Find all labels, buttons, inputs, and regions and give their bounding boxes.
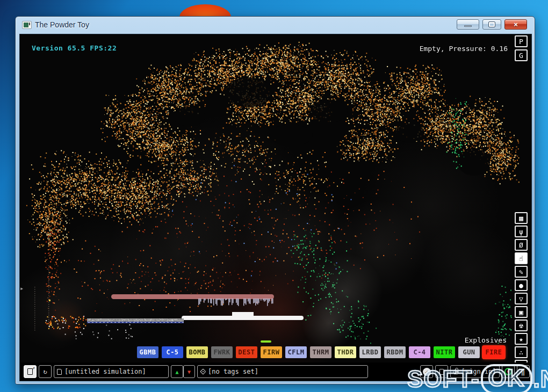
save-icon (57, 369, 62, 375)
display-button-g[interactable]: G (515, 49, 528, 61)
particle-canvas[interactable] (20, 34, 532, 364)
simulation-area[interactable]: Version 65.5 FPS:22 Empty, Pressure: 0.1… (19, 34, 532, 381)
element-THDR[interactable]: THDR (335, 346, 356, 358)
version-fps-text: Version 65.5 FPS:22 (32, 44, 117, 52)
left-edge-arrow-icon: ▸ (20, 285, 24, 292)
sign-in-button[interactable]: [sign in] (450, 365, 500, 378)
element-THRM[interactable]: THRM (310, 346, 331, 358)
element-C-4[interactable]: C-4 (409, 346, 430, 358)
vote-up-button[interactable]: ▲ (171, 365, 183, 378)
powered-icon: Ø (519, 242, 523, 249)
watermark-part3: .NET (533, 366, 548, 392)
app-icon (22, 21, 32, 29)
element-LRBD[interactable]: LRBD (359, 346, 381, 358)
tools-icon: ✎ (519, 268, 523, 275)
minimize-icon (464, 25, 472, 27)
menu-electronics[interactable]: ψ (515, 226, 528, 237)
element-menu-column: ▦ψØ☝✎●▽▣☢★∴Ϙ (515, 212, 528, 372)
menu-liquids[interactable]: ● (515, 279, 528, 291)
tag-icon (200, 368, 206, 374)
element-DEST[interactable]: DEST (236, 346, 257, 358)
window-title: The Powder Toy (35, 20, 89, 29)
element-FWRK[interactable]: FWRK (211, 346, 233, 358)
pause-button[interactable]: ‖ (517, 365, 530, 378)
sign-in-text: [sign in] (461, 368, 496, 375)
maximize-button[interactable] (482, 19, 501, 30)
save-simulation-button[interactable]: [untitled simulation] (54, 365, 169, 378)
minimize-button[interactable] (457, 19, 479, 30)
element-BOMB[interactable]: BOMB (186, 346, 208, 358)
bottom-toolbar: ↻ [untitled simulation] ▲ ▼ [no tags set… (20, 362, 532, 381)
close-button[interactable]: × (504, 19, 527, 30)
display-mode-buttons: PG (515, 35, 528, 61)
stamp-button[interactable] (435, 365, 448, 378)
status-pressure-text: Empty, Pressure: 0.16 (420, 45, 508, 53)
special-icon: ★ (519, 336, 523, 343)
vote-down-button[interactable]: ▼ (183, 365, 195, 378)
pause-icon: ‖ (521, 368, 526, 376)
gases-icon: ▽ (519, 295, 523, 302)
maximize-icon (489, 22, 495, 27)
element-NITR[interactable]: NITR (434, 346, 455, 358)
person-icon (453, 369, 458, 374)
element-RBDM[interactable]: RBDM (384, 346, 406, 358)
explosives-icon: ☝ (519, 255, 523, 262)
powder-toy-window: The Powder Toy × Version 65.5 FPS:22 Emp… (15, 16, 535, 384)
menu-radioactive[interactable]: ☢ (515, 320, 528, 331)
menu-powered[interactable]: Ø (515, 239, 528, 251)
tags-text: [no tags set] (208, 368, 258, 375)
menu-solids[interactable]: ▣ (515, 306, 528, 318)
open-simulation-button[interactable] (24, 365, 37, 378)
element-GUN[interactable]: GUN (458, 346, 480, 358)
solids-icon: ▣ (519, 309, 523, 316)
menu-gases[interactable]: ▽ (515, 293, 528, 304)
render-options-button[interactable] (502, 365, 515, 378)
reload-icon: ↻ (43, 368, 47, 375)
walls-icon: ▦ (519, 215, 523, 222)
tags-button[interactable]: [no tags set] (197, 365, 368, 378)
element-palette: GBMBC-5BOMBFWRKDESTFIRWCFLMTHRMTHDRLRBDR… (137, 346, 504, 358)
stamp-icon (439, 369, 444, 375)
render-options-icon (504, 368, 512, 375)
check-icon: ✓ (423, 368, 431, 376)
simulation-name: [untitled simulation] (64, 368, 146, 375)
electronics-icon: ψ (519, 228, 523, 235)
check-button[interactable]: ✓ (420, 365, 433, 378)
radioactive-icon: ☢ (519, 322, 523, 329)
reload-button[interactable]: ↻ (39, 365, 52, 378)
element-C-5[interactable]: C-5 (162, 346, 183, 358)
menu-tools[interactable]: ✎ (515, 266, 528, 278)
menu-special[interactable]: ★ (515, 333, 528, 345)
open-icon (27, 368, 33, 375)
menu-powders[interactable]: ∴ (515, 346, 528, 358)
category-label: Explosives (434, 336, 507, 344)
title-bar[interactable]: The Powder Toy × (16, 17, 535, 34)
menu-explosives[interactable]: ☝ (515, 252, 528, 264)
powders-icon: ∴ (519, 349, 523, 356)
liquids-icon: ● (519, 282, 523, 289)
display-button-p[interactable]: P (515, 35, 528, 47)
background-icon-fragment (179, 4, 231, 17)
element-FIRE[interactable]: FIRE (483, 346, 504, 358)
element-FIRW[interactable]: FIRW (261, 346, 282, 358)
element-CFLM[interactable]: CFLM (285, 346, 307, 358)
element-GBMB[interactable]: GBMB (137, 346, 158, 358)
menu-walls[interactable]: ▦ (515, 212, 528, 224)
